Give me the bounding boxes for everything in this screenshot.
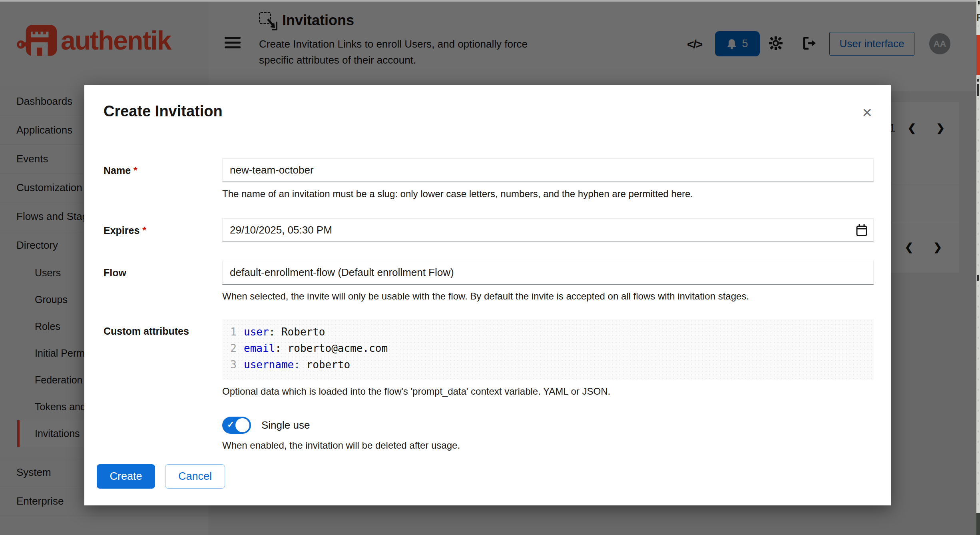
expires-label: Expires* (104, 218, 222, 236)
code-line: email: roberto@acme.com (244, 340, 388, 357)
screen: authentik Dashboards Applications Events… (0, 0, 980, 535)
flow-select[interactable] (222, 261, 874, 285)
strip-i-dot (977, 79, 979, 82)
invitation-form: Name* The name of an invitation must be … (104, 158, 874, 489)
name-input[interactable] (222, 158, 874, 182)
strip-red-marker (976, 35, 980, 75)
name-help: The name of an invitation must be a slug… (222, 187, 874, 201)
custom-attributes-row: Custom attributes 1 2 3 user: Roberto em… (104, 319, 874, 398)
code-line: username: roberto (244, 357, 388, 373)
yaml-code-editor[interactable]: 1 2 3 user: Roberto email: roberto@acme.… (222, 319, 874, 380)
flow-row: Flow When selected, the invite will only… (104, 261, 874, 303)
strip-top-mark (978, 1, 980, 4)
modal-footer: Create Cancel (97, 464, 874, 489)
cancel-button[interactable]: Cancel (165, 464, 225, 489)
strip-i-bar (977, 84, 979, 96)
single-use-help: When enabled, the invitation will be del… (222, 439, 874, 452)
strip-bottom-block (976, 513, 980, 535)
editor-line-numbers: 1 2 3 (222, 324, 241, 380)
required-marker: * (142, 225, 146, 236)
expires-row: Expires* (104, 218, 874, 242)
custom-attributes-help: Optional data which is loaded into the f… (222, 385, 874, 398)
editor-code: user: Roberto email: roberto@acme.com us… (241, 324, 388, 380)
close-icon[interactable]: ✕ (862, 105, 872, 120)
strip-mid-mark (977, 275, 979, 281)
name-label: Name* (104, 158, 222, 176)
flow-help: When selected, the invite will only be u… (222, 289, 874, 303)
create-invitation-modal: Create Invitation ✕ Name* The name of an… (84, 85, 891, 505)
single-use-row: ✓ Single use When enabled, the invitatio… (104, 417, 874, 452)
flow-label: Flow (104, 261, 222, 279)
single-use-label: Single use (261, 419, 310, 431)
strip-letter: F (976, 12, 980, 23)
create-button[interactable]: Create (97, 464, 155, 489)
single-use-toggle[interactable]: ✓ (222, 417, 251, 434)
expires-input[interactable] (222, 218, 874, 242)
modal-title: Create Invitation (104, 103, 872, 120)
name-row: Name* The name of an invitation must be … (104, 158, 874, 201)
required-marker: * (133, 165, 137, 176)
window-top-edge (0, 0, 980, 2)
code-line: user: Roberto (244, 324, 388, 340)
custom-attributes-label: Custom attributes (104, 319, 222, 337)
check-icon: ✓ (227, 419, 234, 430)
calendar-icon[interactable] (856, 224, 867, 237)
right-edge-strip: F (976, 0, 980, 535)
